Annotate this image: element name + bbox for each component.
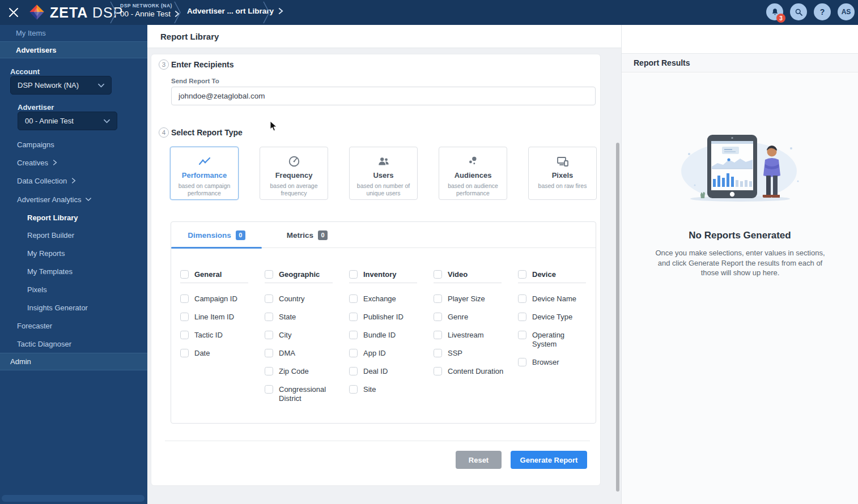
checkbox[interactable] [349, 331, 358, 339]
sidebar-item-creatives[interactable]: Creatives [17, 157, 57, 168]
generate-report-button[interactable]: Generate Report [511, 451, 587, 469]
checkbox[interactable] [434, 313, 442, 321]
dimension-site[interactable]: Site [349, 385, 426, 394]
sidebar-item-forecaster[interactable]: Forecaster [17, 320, 52, 331]
sidebar-item-my-templates[interactable]: My Templates [27, 266, 73, 277]
checkbox[interactable] [349, 385, 358, 394]
checkbox[interactable] [180, 331, 189, 339]
checkbox[interactable] [518, 313, 526, 321]
checkbox[interactable] [180, 349, 189, 357]
dimension-deal-id[interactable]: Deal ID [349, 367, 426, 376]
checkbox[interactable] [434, 367, 442, 375]
dimension-line-item-id[interactable]: Line Item ID [180, 313, 257, 322]
group-checkbox-geographic[interactable]: Geographic [265, 270, 341, 279]
notifications-button[interactable]: 3 [766, 3, 783, 20]
search-button[interactable] [790, 3, 807, 20]
checkbox[interactable] [265, 294, 273, 303]
sidebar-item-advertisers[interactable]: Advertisers [0, 41, 147, 58]
sidebar-item-insights-generator[interactable]: Insights Generator [27, 302, 88, 313]
group-checkbox-device[interactable]: Device [518, 270, 594, 279]
group-checkbox-general[interactable]: General [180, 270, 257, 279]
sidebar-item-label: Report Builder [27, 231, 74, 240]
dimension-browser[interactable]: Browser [518, 358, 594, 367]
dimension-label: Content Duration [448, 367, 503, 376]
dimension-player-size[interactable]: Player Size [434, 294, 510, 304]
checkbox[interactable] [434, 331, 442, 339]
dimension-city[interactable]: City [265, 331, 341, 340]
sidebar-item-my-items[interactable]: My Items [0, 25, 147, 41]
checkbox[interactable] [434, 270, 442, 279]
tab-dimensions[interactable]: Dimensions 0 [171, 222, 262, 248]
dimension-publisher-id[interactable]: Publisher ID [349, 313, 426, 322]
checkbox[interactable] [518, 270, 526, 279]
checkbox[interactable] [265, 385, 273, 394]
sidebar-item-data-collection[interactable]: Data Collection [17, 175, 76, 186]
sidebar-item-my-reports[interactable]: My Reports [27, 247, 65, 259]
avatar[interactable]: AS [838, 3, 855, 20]
advertiser-select[interactable]: 00 - Annie Test [18, 112, 117, 130]
report-type-users[interactable]: Users based on number of unique users [349, 147, 418, 200]
dimension-country[interactable]: Country [265, 294, 341, 304]
checkbox[interactable] [434, 349, 442, 357]
reset-button[interactable]: Reset [456, 451, 502, 469]
group-checkbox-video[interactable]: Video [434, 270, 510, 279]
tab-metrics[interactable]: Metrics 0 [262, 222, 352, 248]
sidebar-item-tactic-diagnoser[interactable]: Tactic Diagnoser [17, 338, 71, 349]
sidebar-item-admin[interactable]: Admin [0, 353, 147, 370]
recipients-input[interactable] [171, 87, 596, 105]
dimension-campaign-id[interactable]: Campaign ID [180, 294, 257, 304]
account-select[interactable]: DSP Network (NA) [10, 76, 112, 95]
group-checkbox-inventory[interactable]: Inventory [349, 270, 426, 279]
dimension-exchange[interactable]: Exchange [349, 294, 426, 304]
checkbox[interactable] [180, 313, 189, 321]
breadcrumb-network[interactable]: DSP NETWORK (NA) 00 - Annie Test [120, 3, 180, 18]
report-type-pixels[interactable]: Pixels based on raw fires [528, 147, 597, 200]
checkbox[interactable] [349, 270, 358, 279]
dimension-genre[interactable]: Genre [434, 313, 510, 322]
sidebar-item-advertiser-analytics[interactable]: Advertiser Analytics [17, 194, 91, 205]
dimension-app-id[interactable]: App ID [349, 349, 426, 358]
report-type-audiences[interactable]: Audiences based on audience performance [439, 147, 507, 200]
dimension-device-type[interactable]: Device Type [518, 313, 594, 322]
checkbox[interactable] [265, 313, 273, 321]
dimension-state[interactable]: State [265, 313, 341, 322]
dimension-label: City [279, 331, 291, 340]
dimension-operating-system[interactable]: Operating System [518, 331, 594, 349]
checkbox[interactable] [518, 294, 526, 303]
main-scrollbar-thumb[interactable] [616, 143, 619, 492]
checkbox[interactable] [180, 270, 189, 279]
report-type-frequency[interactable]: Frequency based on average frequency [260, 147, 328, 200]
dimension-zip-code[interactable]: Zip Code [265, 367, 341, 376]
checkbox[interactable] [265, 349, 273, 357]
dimension-tactic-id[interactable]: Tactic ID [180, 331, 257, 340]
sidebar-item-report-builder[interactable]: Report Builder [27, 229, 74, 241]
checkbox[interactable] [518, 358, 526, 366]
checkbox[interactable] [349, 294, 358, 303]
question-icon: ? [820, 7, 825, 16]
checkbox[interactable] [180, 294, 189, 303]
checkbox[interactable] [349, 367, 358, 375]
dimension-bundle-id[interactable]: Bundle ID [349, 331, 426, 340]
checkbox[interactable] [349, 349, 358, 357]
sidebar-item-report-library[interactable]: Report Library [27, 212, 78, 223]
checkbox[interactable] [265, 367, 273, 375]
dimension-livestream[interactable]: Livestream [434, 331, 510, 340]
dimension-dma[interactable]: DMA [265, 349, 341, 358]
dimension-device-name[interactable]: Device Name [518, 294, 594, 304]
dimension-congressional-district[interactable]: Congressional District [265, 385, 341, 403]
help-button[interactable]: ? [814, 3, 831, 20]
report-type-performance[interactable]: Performance based on campaign performanc… [170, 147, 239, 200]
dimension-date[interactable]: Date [180, 349, 257, 358]
checkbox[interactable] [265, 270, 273, 279]
zeta-logo-icon[interactable] [27, 3, 46, 22]
close-icon[interactable] [8, 7, 19, 18]
sidebar-item-campaigns[interactable]: Campaigns [17, 139, 54, 150]
checkbox[interactable] [518, 331, 526, 339]
dimension-ssp[interactable]: SSP [434, 349, 510, 358]
dimension-content-duration[interactable]: Content Duration [434, 367, 510, 376]
checkbox[interactable] [434, 294, 442, 303]
sidebar-item-pixels[interactable]: Pixels [27, 284, 47, 295]
checkbox[interactable] [265, 331, 273, 339]
sidebar-scrollbar[interactable] [2, 495, 145, 502]
checkbox[interactable] [349, 313, 358, 321]
